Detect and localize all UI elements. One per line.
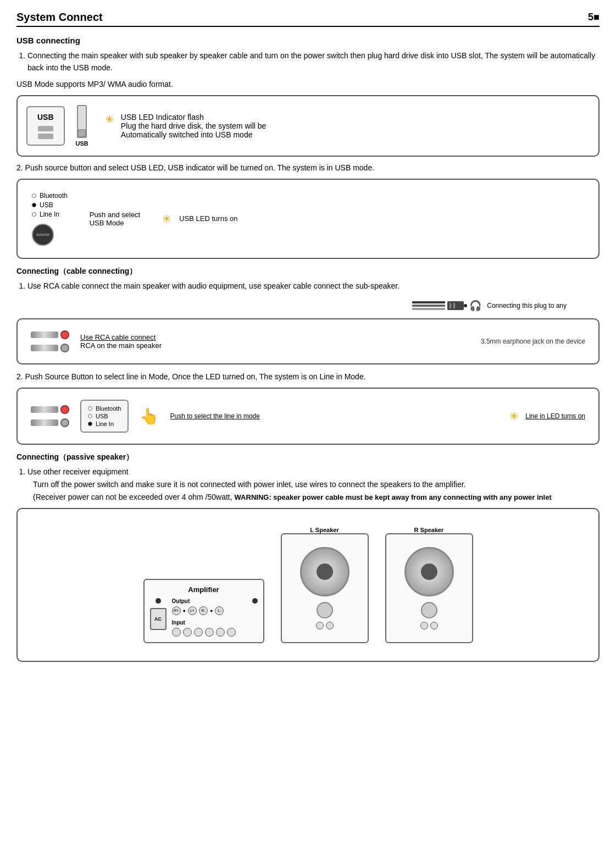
ac-box: AC xyxy=(150,608,167,630)
l-speaker-cone xyxy=(300,547,349,596)
r-spk-term2 xyxy=(430,622,438,629)
led-description: USB LED Indicator flash Plug the hard dr… xyxy=(121,113,267,139)
usb-slot-1 xyxy=(38,126,53,131)
plug-35-visual: 🎧 Connecting this plug to any xyxy=(412,300,567,312)
cable-section: Connecting（cable connecting） Use RCA cab… xyxy=(16,267,600,445)
rca-wire-2 xyxy=(31,345,58,351)
panel-usb: USB xyxy=(88,413,121,419)
amp-left-side: AC xyxy=(150,598,167,630)
line-in-led-area: ✳ Line in LED turns on xyxy=(509,410,585,423)
r-speaker-box xyxy=(385,533,473,643)
amp-content: AC Output R+ ● L+ R- xyxy=(150,598,258,637)
panel-dot-usb xyxy=(88,414,92,418)
usb-step2: 2. Push source button and select USB LED… xyxy=(16,163,600,172)
rca-in-white xyxy=(60,418,69,427)
mode-linein: Line In xyxy=(32,211,68,218)
amp-terminals-area: Output R+ ● L+ R- ● L- xyxy=(172,598,247,637)
input-t5 xyxy=(216,628,225,637)
output-term-group: R+ ● L+ xyxy=(172,606,197,615)
passive-step1: Use other receiver equipment Turn off th… xyxy=(27,466,600,490)
cable-line-2 xyxy=(412,305,445,307)
output-terminals: R+ ● L+ R- ● L- xyxy=(172,606,247,615)
page-title: System Connect xyxy=(16,11,103,24)
plug-barrel xyxy=(447,301,464,310)
cable-step1: Use RCA cable connect the main speaker w… xyxy=(27,280,600,292)
headphone-icon: 🎧 xyxy=(469,300,481,312)
connecting-plug-label: Connecting this plug to any xyxy=(487,302,567,310)
input-t3 xyxy=(194,628,203,637)
rca-conn-2 xyxy=(31,344,69,352)
rca-labels: Use RCA cable connect RCA on the main sp… xyxy=(80,333,162,350)
rca-connectors xyxy=(31,330,69,352)
plug-tip xyxy=(464,304,467,307)
panel-box: Bluetooth USB Line In xyxy=(80,400,129,433)
warning-text: WARNING: speaker power cable must be kep… xyxy=(235,493,552,501)
source-left: Bluetooth USB Line In source xyxy=(32,192,68,246)
amplifier-box: Amplifier AC Output R+ xyxy=(143,579,264,643)
line-in-led-star: ✳ xyxy=(509,410,519,423)
l-speaker-tweeter xyxy=(317,602,333,618)
rca-in-red xyxy=(60,405,69,414)
cable-step2: 2. Push Source Button to select line in … xyxy=(16,372,600,381)
l-speaker-elements xyxy=(316,602,334,629)
l-speaker-terminals xyxy=(316,622,334,629)
usb-step1: Connecting the main speaker with sub spe… xyxy=(27,49,600,74)
source-button[interactable]: source xyxy=(32,224,54,246)
r-spk-term1 xyxy=(420,622,428,629)
usb-drive: USB xyxy=(76,105,88,147)
passive-section: Connecting（passive speaker） Use other re… xyxy=(16,452,600,662)
panel-dot-linein xyxy=(88,422,92,426)
input-t1 xyxy=(172,628,181,637)
usb-slots xyxy=(38,126,53,139)
plug-35-label-right: 3.5mm earphone jack on the device xyxy=(173,338,585,345)
hand-icon: 👆 xyxy=(140,407,159,426)
usb-left: USB USB xyxy=(26,105,88,147)
passive-section-title: Connecting（passive speaker） xyxy=(16,452,600,462)
usb-port: USB xyxy=(26,106,65,146)
rca-conn-1 xyxy=(31,330,69,339)
panel-bluetooth: Bluetooth xyxy=(88,405,121,412)
usb-diagram-box: USB USB ✳ USB L xyxy=(16,95,600,157)
l-spk-term2 xyxy=(326,622,334,629)
amp-right-side xyxy=(252,598,258,604)
usb-section: USB connecting Connecting the main speak… xyxy=(16,36,600,259)
led-star-icon: ✳ xyxy=(105,113,114,126)
rca-diagram-area: 🎧 Connecting this plug to any xyxy=(16,300,600,364)
input-terminals xyxy=(172,628,247,637)
source-diagram-inner: Bluetooth USB Line In source Push an xyxy=(26,186,590,251)
usb-slot-2 xyxy=(38,134,53,139)
cable-line-1 xyxy=(412,301,445,303)
amp-dot-tr xyxy=(252,598,258,604)
l-speaker-cone-inner xyxy=(317,563,333,580)
amp-speaker-box: Amplifier AC Output R+ xyxy=(16,508,600,662)
cable-line-3 xyxy=(412,308,445,310)
usb-source-diagram: Bluetooth USB Line In source Push an xyxy=(16,179,600,259)
push-linein-text: Push to select the line in mode xyxy=(170,412,259,420)
usb-section-title: USB connecting xyxy=(16,36,600,45)
output-term-group2: R- ● L- xyxy=(199,606,224,615)
amp-dot-tl xyxy=(156,598,161,604)
dot-bluetooth xyxy=(32,194,36,198)
rca-box: Use RCA cable connect RCA on the main sp… xyxy=(16,318,600,364)
rca-red-plug xyxy=(60,330,69,339)
page-number: 5■ xyxy=(588,12,600,23)
r-speaker-area: R Speaker xyxy=(385,527,473,643)
panel-linein: Line In xyxy=(88,421,121,427)
l-speaker-box xyxy=(281,533,369,643)
dot-linein xyxy=(32,212,36,217)
cable-section-title: Connecting（cable connecting） xyxy=(16,267,600,277)
input-t2 xyxy=(183,628,192,637)
plug-ring2 xyxy=(453,303,455,308)
usb-led-star: ✳ xyxy=(162,212,171,225)
rca-in-2 xyxy=(31,418,69,427)
rca-white-plug xyxy=(60,344,69,352)
input-t6 xyxy=(227,628,236,637)
usb-right-info: ✳ USB LED Indicator flash Plug the hard … xyxy=(105,113,590,139)
l-spk-term1 xyxy=(316,622,324,629)
output-label: Output xyxy=(172,598,247,604)
terminal-r-plus: R+ xyxy=(172,606,181,615)
input-t4 xyxy=(205,628,214,637)
terminal-l-plus: L+ xyxy=(188,606,197,615)
rca-in-wire-2 xyxy=(31,419,58,426)
usb-note: USB Mode supports MP3/ WMA audio format. xyxy=(16,80,600,89)
